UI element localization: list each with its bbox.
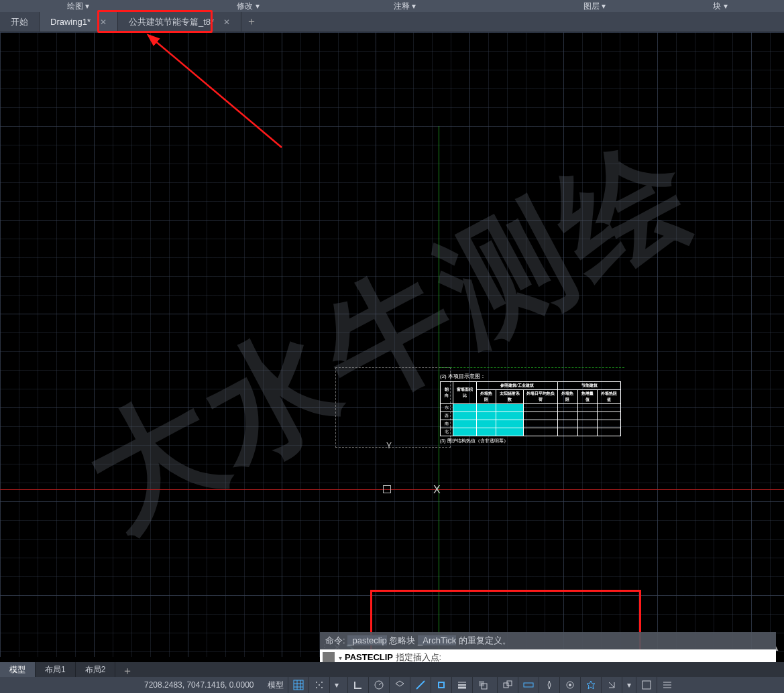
paste-table: 朝向 窗墙面积比 参照建筑/工业建筑 节能建筑 外墙热阻 太阳辐射系数 外墙日平… (440, 381, 621, 436)
close-icon[interactable]: ✕ (100, 17, 107, 27)
drawing-canvas[interactable]: 大水牛测绘 Y X (2) 本项目示意图： 朝向 窗墙面积比 参照建筑/工业建筑… (0, 32, 784, 657)
ucs-x-label: X (433, 484, 441, 496)
workspace-switching-icon[interactable] (559, 677, 580, 693)
transparency-icon[interactable] (472, 677, 493, 693)
annotation-autoscale-icon[interactable] (601, 677, 622, 693)
status-coordinates[interactable]: 7208.2483, 7047.1416, 0.0000 (0, 680, 264, 690)
td: 西 (441, 412, 453, 420)
tab-start-label: 开始 (11, 16, 28, 28)
command-prompt-icon (323, 652, 335, 663)
paste-preview-block: (2) 本项目示意图： 朝向 窗墙面积比 参照建筑/工业建筑 节能建筑 外墙热阻… (440, 373, 621, 446)
th: 朝向 (441, 382, 453, 404)
tab-other-label: 公共建筑节能专篇_t8* (129, 16, 214, 28)
ribbon-panel-labels: 绘图 ▾ 修改 ▾ 注释 ▾ 图层 ▾ 块 ▾ (0, 0, 784, 12)
ortho-mode-icon[interactable] (347, 677, 368, 693)
th: 太阳辐射系数 (496, 390, 524, 404)
object-snap-tracking-icon[interactable] (410, 677, 431, 693)
status-bar: 7208.2483, 7047.1416, 0.0000 模型 ▾ ▾ (0, 677, 784, 693)
ribbon-panel-block[interactable]: 块 ▾ (686, 1, 754, 12)
svg-rect-1 (294, 680, 303, 690)
th: 节能建筑 (558, 382, 621, 390)
th: 外墙热阻值 (598, 390, 621, 404)
dynamic-input-icon[interactable] (518, 677, 539, 693)
svg-point-7 (321, 682, 323, 683)
svg-line-12 (379, 682, 382, 685)
grid-display-icon[interactable] (288, 677, 309, 693)
annotation-scale-icon[interactable] (539, 677, 559, 693)
object-snap-icon[interactable] (431, 677, 451, 693)
tab-other-file[interactable]: 公共建筑节能专篇_t8* ✕ (118, 12, 241, 32)
polar-tracking-icon[interactable] (368, 677, 389, 693)
snap-mode-icon[interactable] (309, 677, 329, 693)
layout-tabs: 模型 布局1 布局2 ＋ (0, 662, 784, 677)
canvas-grid (0, 32, 784, 657)
lineweight-icon[interactable] (451, 677, 472, 693)
svg-rect-27 (642, 681, 651, 689)
paste-footer: (3) 围护结构热值（含非透明幕） (440, 438, 621, 444)
svg-point-6 (316, 682, 317, 683)
status-model-button[interactable]: 模型 (264, 680, 288, 691)
th: 热增量值 (577, 390, 598, 404)
ribbon-panel-modify[interactable]: 修改 ▾ (210, 1, 286, 12)
command-line[interactable]: 命令: _pasteclip 忽略块 _ArchTick 的重复定义。 ▾ PA… (320, 632, 776, 666)
tab-start[interactable]: 开始 (0, 12, 40, 32)
quick-properties-icon[interactable] (636, 677, 657, 693)
infer-constraints-icon[interactable]: ▾ (329, 677, 343, 693)
layout-tab-layout2[interactable]: 布局2 (76, 662, 116, 677)
td: 北 (441, 428, 453, 436)
td: 东 (441, 404, 453, 412)
units-icon[interactable]: ▾ (622, 677, 636, 693)
file-tabs-bar: 开始 Drawing1* ✕ 公共建筑节能专篇_t8* ✕ ＋ (0, 12, 784, 32)
layout-tab-model[interactable]: 模型 (0, 662, 36, 677)
layout-add-button[interactable]: ＋ (115, 662, 139, 677)
paste-ghost-guide (440, 367, 624, 368)
th: 参照建筑/工业建筑 (476, 382, 558, 390)
tab-drawing1-label: Drawing1* (50, 17, 91, 27)
svg-point-9 (321, 687, 323, 688)
crosshair-horizontal (0, 489, 784, 490)
isometric-drafting-icon[interactable] (389, 677, 410, 693)
svg-point-25 (569, 684, 571, 686)
close-icon[interactable]: ✕ (223, 17, 230, 27)
svg-rect-14 (439, 682, 444, 688)
ribbon-panel-draw[interactable]: 绘图 ▾ (40, 1, 116, 12)
annotation-visibility-icon[interactable] (580, 677, 601, 693)
ribbon-panel-annotate[interactable]: 注释 ▾ (367, 1, 443, 12)
ribbon-panel-layers[interactable]: 图层 ▾ (557, 1, 632, 12)
svg-line-13 (416, 681, 425, 689)
th: 窗墙面积比 (453, 382, 476, 404)
command-dropdown-icon[interactable]: ▾ (336, 654, 345, 662)
add-tab-button[interactable]: ＋ (241, 12, 262, 32)
paste-title: (2) 本项目示意图： (440, 373, 621, 380)
svg-marker-26 (587, 681, 595, 689)
tab-drawing1[interactable]: Drawing1* ✕ (40, 12, 118, 32)
td: 南 (441, 420, 453, 428)
th: 外墙热阻 (558, 390, 578, 404)
layout-tab-layout1[interactable]: 布局1 (36, 662, 76, 677)
th: 外墙日平均热负荷 (523, 390, 558, 404)
customization-icon[interactable] (657, 677, 677, 693)
th: 外墙热阻 (476, 390, 496, 404)
selection-cycling-icon[interactable] (497, 677, 518, 693)
svg-rect-22 (524, 683, 533, 687)
svg-point-10 (319, 684, 320, 686)
svg-point-8 (316, 687, 317, 688)
ucs-origin-icon (383, 485, 391, 493)
paste-ghost-bbox (335, 367, 451, 448)
command-history: 命令: _pasteclip 忽略块 _ArchTick 的重复定义。 (320, 632, 776, 649)
